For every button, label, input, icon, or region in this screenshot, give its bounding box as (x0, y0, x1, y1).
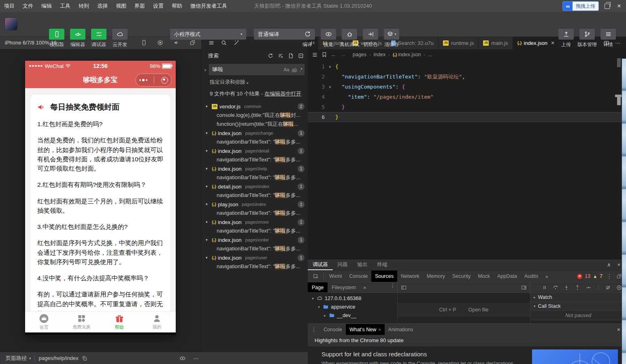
close-tab-icon[interactable]: × (378, 327, 381, 332)
menu-item[interactable]: 选择 (93, 2, 112, 10)
copy-path-icon[interactable] (82, 356, 87, 361)
result-file-row[interactable]: ▾JSvendor.jscommon2 (202, 102, 308, 111)
tree-item[interactable]: ▸__dev__ (308, 311, 397, 320)
toolbar-button[interactable]: </>编辑器 (67, 29, 88, 48)
fold-icon[interactable]: ∨ (325, 85, 335, 89)
more-menu-icon[interactable] (139, 79, 147, 81)
chevron-down-icon[interactable]: ▾ (206, 131, 210, 135)
result-file-row[interactable]: ▾{..}index.jsonpages\user1 (202, 253, 308, 262)
phone-tab-crown[interactable]: 首页 (25, 311, 63, 332)
result-match-row[interactable]: navigationBarTitleText": "哆啦多多... (202, 209, 308, 218)
navigator-menu-icon[interactable]: ⋮ (388, 282, 397, 292)
more-panes-icon[interactable]: » (360, 282, 369, 292)
search-input[interactable]: 哆啦 Aaab.* (209, 64, 304, 75)
devtools-tab-mock[interactable]: Mock (474, 271, 494, 282)
toggle-replace-icon[interactable]: › (202, 67, 208, 73)
error-count[interactable]: 13 (585, 273, 590, 279)
devtools-tab-memory[interactable]: Memory (423, 271, 449, 282)
menu-item[interactable]: 帮助 (168, 2, 186, 10)
code-line[interactable]: 1∨{ (308, 61, 626, 72)
window-close-icon[interactable]: × (615, 2, 623, 10)
toolbar-button[interactable]: 真机调试 (339, 29, 360, 48)
result-match-row[interactable]: function(){return{title:"我正在哆啦... (202, 120, 308, 129)
drawer-tab[interactable]: Console (320, 324, 346, 335)
toolbar-button[interactable]: 上传 (556, 29, 577, 48)
toolbar-button[interactable]: 云开发 (109, 29, 130, 48)
breadcrumb-item[interactable]: {..} index.json (393, 52, 421, 57)
tree-item[interactable]: ▾appservice (308, 303, 397, 311)
result-match-row[interactable]: navigationBarTitleText": "哆啦多多... (202, 244, 308, 253)
chevron-down-icon[interactable]: ▾ (206, 184, 210, 188)
result-file-row[interactable]: ▾{..}index.jsonpages\detail1 (202, 146, 308, 155)
close-target-icon[interactable] (161, 77, 168, 84)
result-file-row[interactable]: ▾{..}detail.jsonpages\index1 (202, 182, 308, 191)
chevron-down-icon[interactable]: ▾ (206, 220, 210, 224)
deactivate-breakpoints-icon[interactable] (605, 285, 611, 290)
devtools-tab-audits[interactable]: Audits (521, 271, 542, 282)
step-icon[interactable] (586, 285, 591, 290)
menu-item[interactable]: 视图 (112, 2, 130, 10)
record-icon[interactable] (157, 40, 163, 46)
result-match-row[interactable]: navigationBarTitleText": "哆啦多多... (202, 226, 308, 235)
menu-item[interactable]: 设置 (149, 2, 168, 10)
debugger-tab[interactable]: 终端 (373, 259, 392, 270)
devtools-tab-security[interactable]: Security (449, 271, 474, 282)
sound-icon[interactable] (173, 40, 179, 46)
warning-count[interactable]: 7 (600, 273, 603, 279)
code-line[interactable]: 2 "navigationBarTitleText": "欧皇源码论坛", (308, 72, 626, 82)
fold-icon[interactable]: ∨ (325, 65, 335, 69)
clear-results-icon[interactable] (278, 53, 283, 59)
watch-section[interactable]: ▸ Watch (530, 293, 626, 302)
outline-icon[interactable] (312, 52, 318, 58)
phone-tab-gift[interactable]: 帮助 (100, 311, 138, 332)
debugger-tab[interactable]: 问题 (333, 259, 353, 270)
editor-scrollbar[interactable] (617, 58, 621, 67)
twisty-icon[interactable]: ▸ (323, 313, 327, 317)
result-match-row[interactable]: navigationBarTitleText": "哆啦多多... (202, 173, 308, 182)
float-window-icon[interactable] (190, 40, 196, 46)
chevron-down-icon[interactable]: ▾ (206, 167, 210, 171)
drawer-menu-icon[interactable]: ⋮ (308, 324, 320, 335)
match-case-icon[interactable]: Aa (283, 67, 289, 72)
open-file-label[interactable]: Open file (468, 307, 489, 313)
inspect-element-icon[interactable] (310, 271, 322, 282)
toolbar-button[interactable]: 预览 (318, 29, 339, 48)
step-out-icon[interactable] (575, 285, 580, 290)
regex-icon[interactable]: .* (299, 67, 302, 72)
result-match-row[interactable]: navigationBarTitleText": "哆啦多多... (202, 155, 308, 164)
menu-item[interactable]: 文件 (19, 2, 37, 10)
whole-word-icon[interactable]: ab (292, 67, 297, 72)
devtools-tab-network[interactable]: Network (397, 271, 423, 282)
result-file-row[interactable]: ▾{..}index.jsonpages\help1 (202, 164, 308, 173)
toolbar-button[interactable]: 模拟器 (46, 29, 67, 48)
chevron-down-icon[interactable]: ▾ (206, 256, 210, 260)
menu-item[interactable]: 界面 (130, 2, 149, 10)
mode-select[interactable]: 小程序模式 ▾ (170, 29, 246, 40)
phone-tab-blocks[interactable]: 免费兑换 (63, 311, 100, 332)
open-in-editor-link[interactable]: 在编辑器中打开 (264, 91, 301, 97)
breadcrumb-item[interactable]: index (373, 52, 385, 57)
step-into-icon[interactable] (564, 285, 569, 290)
phone-tab-person[interactable]: 我的 (138, 311, 176, 332)
step-over-icon[interactable] (553, 285, 558, 290)
menu-item[interactable]: 微信开发者工具 (186, 2, 231, 10)
file-list-icon[interactable] (208, 40, 215, 46)
devtools-tab-wxml[interactable]: Wxml (326, 271, 345, 282)
search-icon[interactable] (221, 40, 227, 46)
window-restore-icon[interactable] (605, 4, 610, 9)
undock-icon[interactable] (616, 273, 622, 279)
nav-forward-icon[interactable]: → (340, 51, 346, 58)
chevron-down-icon[interactable]: ▾ (206, 238, 210, 242)
twisty-icon[interactable]: ▾ (317, 305, 321, 309)
more-tabs-icon[interactable]: » (542, 271, 551, 282)
wand-icon[interactable] (233, 40, 240, 46)
eye-icon[interactable] (179, 355, 186, 362)
page-path-label[interactable]: 页面路径 (6, 355, 27, 362)
breadcrumb[interactable]: pages›index›{..} index.json›... (353, 52, 432, 57)
capsule-menu[interactable] (136, 74, 172, 87)
chevron-down-icon[interactable]: ▾ (206, 202, 210, 206)
toolbar-button[interactable]: 详情 (598, 29, 619, 48)
breadcrumb-item[interactable]: pages (353, 52, 366, 57)
drawer-tab[interactable]: Animations (385, 324, 417, 335)
drag-upload-badge[interactable]: ∞ 拖拽上传 (562, 1, 599, 11)
